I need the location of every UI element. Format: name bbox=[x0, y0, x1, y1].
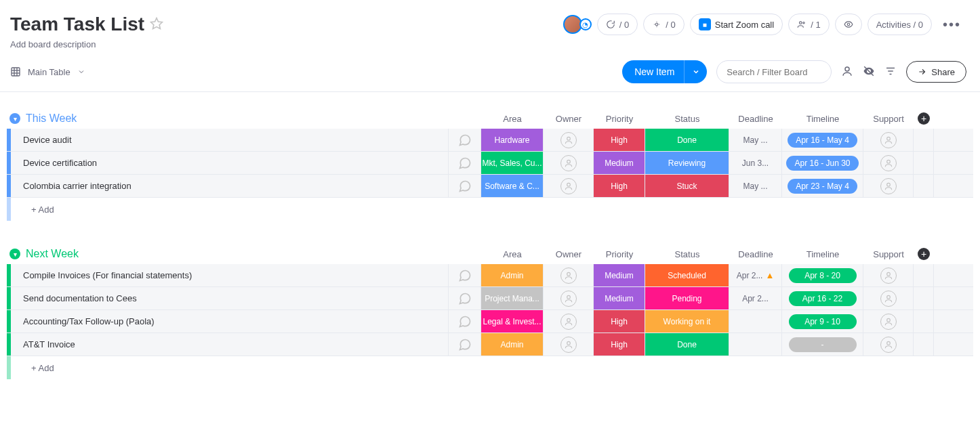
column-header[interactable]: Status bbox=[645, 114, 729, 124]
deadline-cell[interactable]: Jun 3... bbox=[729, 152, 782, 174]
column-header[interactable]: Support bbox=[863, 114, 914, 124]
last-seen-button[interactable] bbox=[835, 14, 862, 35]
sort-icon[interactable] bbox=[884, 65, 897, 79]
column-header[interactable]: Owner bbox=[544, 114, 594, 124]
row-title[interactable]: Device audit bbox=[11, 129, 449, 151]
deadline-cell[interactable] bbox=[729, 310, 782, 333]
support-cell[interactable] bbox=[863, 175, 914, 197]
deadline-cell[interactable]: May ... bbox=[729, 175, 782, 197]
status-cell[interactable]: Scheduled bbox=[645, 264, 729, 286]
area-cell[interactable]: Admin bbox=[481, 333, 544, 356]
zoom-call-button[interactable]: ■ Start Zoom call bbox=[690, 14, 783, 35]
table-row[interactable]: Device auditHardwareHighDoneMay ...Apr 1… bbox=[7, 129, 973, 152]
collapse-icon[interactable]: ▾ bbox=[9, 113, 20, 124]
column-header[interactable]: Timeline bbox=[782, 249, 863, 259]
owner-cell[interactable] bbox=[544, 152, 594, 174]
status-cell[interactable]: Stuck bbox=[645, 175, 729, 197]
share-button[interactable]: Share bbox=[906, 61, 966, 83]
timeline-cell[interactable]: Apr 9 - 10 bbox=[782, 310, 863, 333]
area-cell[interactable]: Legal & Invest... bbox=[481, 310, 544, 333]
search-input[interactable] bbox=[716, 60, 832, 83]
priority-cell[interactable]: High bbox=[594, 333, 645, 356]
chat-icon[interactable] bbox=[449, 264, 481, 286]
table-row[interactable]: Device certificationMkt, Sales, Cu...Med… bbox=[7, 152, 973, 175]
deadline-cell[interactable]: May ... bbox=[729, 129, 782, 151]
owner-cell[interactable] bbox=[544, 287, 594, 309]
deadline-cell[interactable]: Apr 2... bbox=[729, 287, 782, 309]
priority-cell[interactable]: High bbox=[594, 175, 645, 197]
chat-icon[interactable] bbox=[449, 287, 481, 309]
support-cell[interactable] bbox=[863, 264, 914, 286]
table-row[interactable]: AT&T InvoiceAdminHighDone- bbox=[7, 333, 973, 356]
automations-button[interactable]: / 0 bbox=[597, 14, 638, 35]
column-header[interactable]: Deadline bbox=[729, 114, 782, 124]
more-menu-icon[interactable]: ••• bbox=[937, 14, 966, 35]
column-header[interactable]: Priority bbox=[594, 249, 645, 259]
row-title[interactable]: Compile Invoices (For financial statemen… bbox=[11, 264, 449, 286]
column-header[interactable]: Owner bbox=[544, 249, 594, 259]
collapse-icon[interactable]: ▾ bbox=[9, 249, 20, 259]
deadline-cell[interactable]: Apr 2...▲ bbox=[729, 264, 782, 286]
priority-cell[interactable]: Medium bbox=[594, 152, 645, 174]
table-row[interactable]: Colombia carrier integrationSoftware & C… bbox=[7, 175, 973, 198]
board-title[interactable]: Team Task List bbox=[10, 14, 144, 35]
column-header[interactable]: Timeline bbox=[782, 114, 863, 124]
support-cell[interactable] bbox=[863, 152, 914, 174]
status-cell[interactable]: Done bbox=[645, 333, 729, 356]
status-cell[interactable]: Pending bbox=[645, 287, 729, 309]
deadline-cell[interactable] bbox=[729, 333, 782, 356]
row-title[interactable]: Colombia carrier integration bbox=[11, 175, 449, 197]
new-item-button[interactable]: New Item bbox=[622, 60, 707, 83]
status-cell[interactable]: Working on it bbox=[645, 310, 729, 333]
group-title[interactable]: This Week bbox=[26, 112, 77, 125]
add-column-button[interactable]: + bbox=[918, 112, 930, 125]
owner-cell[interactable] bbox=[544, 129, 594, 151]
column-header[interactable]: Area bbox=[481, 114, 544, 124]
row-title[interactable]: Accounting/Tax Follow-up (Paola) bbox=[11, 310, 449, 333]
chat-icon[interactable] bbox=[449, 333, 481, 356]
chat-icon[interactable] bbox=[449, 129, 481, 151]
row-title[interactable]: AT&T Invoice bbox=[11, 333, 449, 356]
chat-icon[interactable] bbox=[449, 310, 481, 333]
owner-cell[interactable] bbox=[544, 310, 594, 333]
area-cell[interactable]: Project Mana... bbox=[481, 287, 544, 309]
column-header[interactable]: Priority bbox=[594, 114, 645, 124]
hide-columns-icon[interactable] bbox=[863, 65, 875, 79]
area-cell[interactable]: Mkt, Sales, Cu... bbox=[481, 152, 544, 174]
support-cell[interactable] bbox=[863, 129, 914, 151]
board-description[interactable]: Add board description bbox=[10, 39, 163, 49]
table-row[interactable]: Send documentation to CeesProject Mana..… bbox=[7, 287, 973, 310]
status-cell[interactable]: Reviewing bbox=[645, 152, 729, 174]
column-header[interactable]: Deadline bbox=[729, 249, 782, 259]
timeline-cell[interactable]: - bbox=[782, 333, 863, 356]
star-icon[interactable] bbox=[150, 17, 163, 33]
new-item-dropdown[interactable] bbox=[684, 60, 707, 83]
timeline-cell[interactable]: Apr 16 - 22 bbox=[782, 287, 863, 309]
timeline-cell[interactable]: Apr 8 - 20 bbox=[782, 264, 863, 286]
owner-cell[interactable] bbox=[544, 264, 594, 286]
priority-cell[interactable]: High bbox=[594, 129, 645, 151]
owner-cell[interactable] bbox=[544, 333, 594, 356]
area-cell[interactable]: Hardware bbox=[481, 129, 544, 151]
area-cell[interactable]: Software & C... bbox=[481, 175, 544, 197]
table-row[interactable]: Compile Invoices (For financial statemen… bbox=[7, 264, 973, 287]
table-row[interactable]: Accounting/Tax Follow-up (Paola)Legal & … bbox=[7, 310, 973, 333]
timeline-cell[interactable]: Apr 23 - May 4 bbox=[782, 175, 863, 197]
row-title[interactable]: Send documentation to Cees bbox=[11, 287, 449, 309]
board-owner-avatar[interactable]: ◔ bbox=[563, 15, 592, 34]
add-row-button[interactable]: + Add bbox=[11, 198, 973, 221]
support-cell[interactable] bbox=[863, 287, 914, 309]
status-cell[interactable]: Done bbox=[645, 129, 729, 151]
integrations-button[interactable]: / 0 bbox=[643, 14, 684, 35]
area-cell[interactable]: Admin bbox=[481, 264, 544, 286]
column-header[interactable]: Support bbox=[863, 249, 914, 259]
priority-cell[interactable]: Medium bbox=[594, 264, 645, 286]
timeline-cell[interactable]: Apr 16 - May 4 bbox=[782, 129, 863, 151]
group-title[interactable]: Next Week bbox=[26, 248, 79, 260]
activities-button[interactable]: Activities / 0 bbox=[867, 14, 932, 35]
timeline-cell[interactable]: Apr 16 - Jun 30 bbox=[782, 152, 863, 174]
add-row-button[interactable]: + Add bbox=[11, 356, 973, 379]
add-column-button[interactable]: + bbox=[918, 248, 930, 260]
members-button[interactable]: / 1 bbox=[788, 14, 829, 35]
person-filter-icon[interactable] bbox=[841, 65, 853, 79]
